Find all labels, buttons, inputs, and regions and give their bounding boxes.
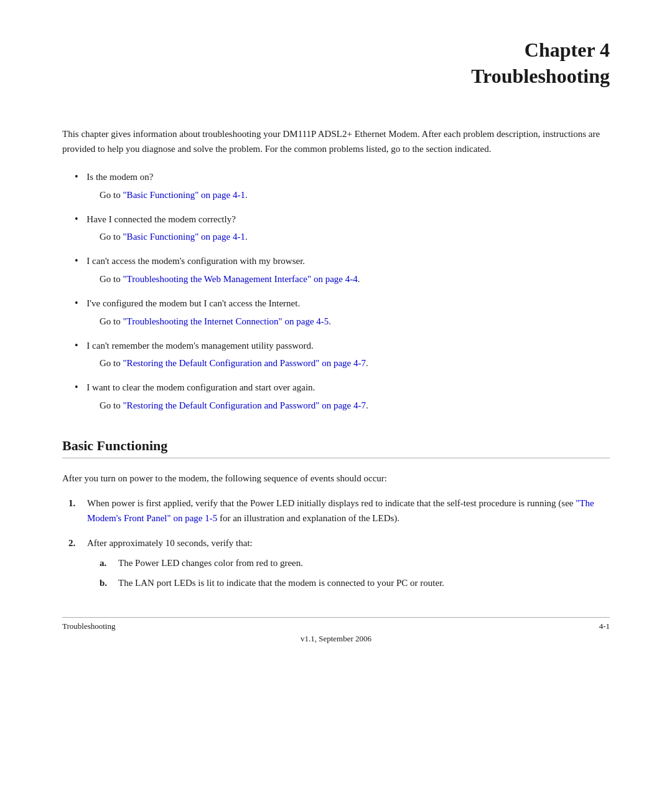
bullet-question-5: I can't remember the modem's management … [86, 341, 313, 351]
list-item: Is the modem on? Go to "Basic Functionin… [75, 169, 610, 202]
basic-functioning-intro: After you turn on power to the modem, th… [62, 471, 610, 486]
bullet-goto-2: Go to "Basic Functioning" on page 4-1. [100, 229, 610, 244]
sub-alpha-list: a. The Power LED changes color from red … [100, 555, 610, 590]
list-item: I can't remember the modem's management … [75, 337, 610, 371]
list-item: I can't access the modem's configuration… [75, 253, 610, 286]
chapter-line2: Troubleshooting [471, 65, 610, 87]
link-web-mgmt[interactable]: "Troubleshooting the Web Management Inte… [123, 274, 358, 284]
footer-version: v1.1, September 2006 [0, 634, 672, 644]
bullet-list: Is the modem on? Go to "Basic Functionin… [75, 169, 610, 413]
chapter-title: Chapter 4 Troubleshooting [62, 37, 610, 89]
bullet-question-1: Is the modem on? [86, 172, 153, 182]
list-item: Have I connected the modem correctly? Go… [75, 211, 610, 245]
bullet-question-4: I've configured the modem but I can't ac… [86, 298, 300, 308]
step-num-1: 1. [68, 496, 75, 511]
chapter-line1: Chapter 4 [525, 39, 610, 61]
link-basic-2[interactable]: "Basic Functioning" on page 4-1 [123, 232, 245, 242]
numbered-list: 1. When power is first applied, verify t… [68, 496, 610, 590]
page-footer: Troubleshooting 4-1 [62, 617, 610, 631]
link-basic-1[interactable]: "Basic Functioning" on page 4-1 [123, 190, 245, 200]
list-item: a. The Power LED changes color from red … [100, 555, 610, 570]
list-item: I want to clear the modem configuration … [75, 379, 610, 413]
link-front-panel[interactable]: "The Modem's Front Panel" on page 1-5 [87, 498, 594, 523]
footer-right: 4-1 [599, 621, 610, 631]
step-num-2: 2. [68, 536, 75, 550]
bullet-question-3: I can't access the modem's configuration… [86, 256, 305, 266]
alpha-a: a. [100, 555, 106, 570]
bullet-question-6: I want to clear the modem configuration … [86, 382, 315, 392]
link-restore-2[interactable]: "Restoring the Default Configuration and… [123, 400, 366, 410]
section-heading-basic: Basic Functioning [62, 438, 610, 458]
intro-paragraph: This chapter gives information about tro… [62, 126, 610, 156]
list-item: 1. When power is first applied, verify t… [68, 496, 610, 526]
page-container: Chapter 4 Troubleshooting This chapter g… [0, 0, 672, 650]
bullet-goto-5: Go to "Restoring the Default Configurati… [100, 356, 610, 370]
chapter-heading: Chapter 4 Troubleshooting [62, 37, 610, 89]
bullet-question-2: Have I connected the modem correctly? [86, 214, 235, 224]
link-internet-conn[interactable]: "Troubleshooting the Internet Connection… [123, 316, 329, 326]
footer-left: Troubleshooting [62, 621, 115, 631]
bullet-goto-6: Go to "Restoring the Default Configurati… [100, 398, 610, 413]
bullet-goto-4: Go to "Troubleshooting the Internet Conn… [100, 314, 610, 329]
bullet-goto-3: Go to "Troubleshooting the Web Managemen… [100, 271, 610, 286]
link-restore-1[interactable]: "Restoring the Default Configuration and… [123, 358, 366, 368]
bullet-goto-1: Go to "Basic Functioning" on page 4-1. [100, 187, 610, 202]
list-item: I've configured the modem but I can't ac… [75, 295, 610, 329]
alpha-b: b. [100, 575, 107, 590]
list-item: 2. After approximately 10 seconds, verif… [68, 536, 610, 590]
list-item: b. The LAN port LEDs is lit to indicate … [100, 575, 610, 590]
